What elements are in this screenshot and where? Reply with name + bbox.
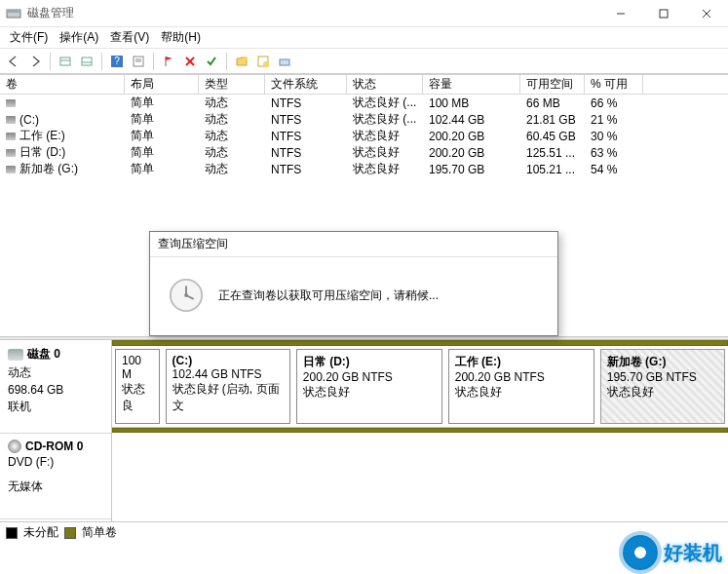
watermark: 好装机 bbox=[623, 535, 722, 570]
legend-unallocated: 未分配 bbox=[23, 524, 58, 541]
back-button[interactable] bbox=[4, 52, 23, 71]
disk-icon bbox=[8, 349, 23, 361]
toolbar: ? bbox=[0, 49, 728, 74]
disk0-type: 动态 bbox=[8, 364, 103, 381]
new-folder-button[interactable] bbox=[232, 52, 251, 71]
view-top-button[interactable] bbox=[56, 52, 75, 71]
th-type[interactable]: 类型 bbox=[199, 75, 265, 94]
svg-rect-6 bbox=[60, 57, 70, 65]
menu-help[interactable]: 帮助(H) bbox=[155, 27, 207, 48]
cdrom-drive: DVD (F:) bbox=[8, 455, 103, 469]
svg-rect-21 bbox=[280, 59, 289, 65]
disk-button[interactable] bbox=[275, 52, 294, 71]
table-row[interactable]: 简单动态NTFS状态良好 (...100 MB66 MB66 % bbox=[0, 95, 728, 111]
disk0-title: 磁盘 0 bbox=[27, 346, 60, 363]
props-button[interactable] bbox=[129, 52, 148, 71]
clock-icon bbox=[168, 277, 205, 314]
maximize-button[interactable] bbox=[642, 0, 685, 27]
menu-view[interactable]: 查看(V) bbox=[104, 27, 155, 48]
partition-cell[interactable]: (C:)102.44 GB NTFS状态良好 (启动, 页面文 bbox=[166, 349, 290, 424]
disk0-header[interactable]: 磁盘 0 动态 698.64 GB 联机 bbox=[0, 340, 111, 434]
th-free[interactable]: 可用空间 bbox=[520, 75, 585, 94]
partition-row: 100 M状态良(C:)102.44 GB NTFS状态良好 (启动, 页面文日… bbox=[112, 346, 728, 428]
table-header: 卷 布局 类型 文件系统 状态 容量 可用空间 % 可用 bbox=[0, 75, 728, 95]
menubar: 文件(F) 操作(A) 查看(V) 帮助(H) bbox=[0, 27, 728, 49]
menu-action[interactable]: 操作(A) bbox=[54, 27, 104, 48]
disk0-status: 联机 bbox=[8, 399, 103, 415]
view-bottom-button[interactable] bbox=[77, 52, 96, 71]
swatch-simple bbox=[64, 527, 76, 539]
partition-cell[interactable]: 日常 (D:)200.20 GB NTFS状态良好 bbox=[296, 349, 442, 424]
table-row[interactable]: 日常 (D:)简单动态NTFS状态良好200.20 GB125.51 ...63… bbox=[0, 144, 728, 161]
dialog-message: 正在查询卷以获取可用压缩空间，请稍候... bbox=[218, 287, 439, 304]
table-row[interactable]: 新加卷 (G:)简单动态NTFS状态良好195.70 GB105.21 ...5… bbox=[0, 161, 728, 177]
partition-cell[interactable]: 工作 (E:)200.20 GB NTFS状态良好 bbox=[448, 349, 594, 424]
th-layout[interactable]: 布局 bbox=[125, 75, 199, 94]
legend-simple: 简单卷 bbox=[82, 524, 117, 541]
legend: 未分配 简单卷 bbox=[0, 521, 728, 543]
partition-cell[interactable]: 新加卷 (G:)195.70 GB NTFS状态良好 bbox=[600, 349, 725, 424]
menu-file[interactable]: 文件(F) bbox=[4, 27, 54, 48]
cdrom-status: 无媒体 bbox=[8, 478, 103, 495]
th-fs[interactable]: 文件系统 bbox=[265, 75, 347, 94]
replace-button[interactable] bbox=[253, 52, 273, 71]
dialog-title: 查询压缩空间 bbox=[150, 232, 557, 257]
th-status[interactable]: 状态 bbox=[347, 75, 423, 94]
flag-button[interactable] bbox=[159, 52, 178, 71]
watermark-text: 好装机 bbox=[664, 540, 722, 566]
cdrom-title: CD-ROM 0 bbox=[25, 440, 83, 453]
cdrom-icon bbox=[8, 440, 21, 453]
svg-text:?: ? bbox=[114, 56, 120, 66]
cdrom-area[interactable] bbox=[112, 433, 728, 511]
window-title: 磁盘管理 bbox=[27, 5, 74, 21]
table-row[interactable]: 工作 (E:)简单动态NTFS状态良好200.20 GB60.45 GB30 % bbox=[0, 128, 728, 144]
svg-point-18 bbox=[244, 57, 248, 60]
check-button[interactable] bbox=[202, 52, 221, 71]
close-button[interactable] bbox=[685, 0, 728, 27]
svg-rect-1 bbox=[7, 10, 20, 13]
watermark-logo-icon bbox=[623, 535, 658, 570]
minimize-button[interactable] bbox=[599, 0, 642, 27]
disk-map: 磁盘 0 动态 698.64 GB 联机 CD-ROM 0 DVD (F:) 无… bbox=[0, 340, 728, 521]
th-volume[interactable]: 卷 bbox=[0, 75, 125, 94]
help-button[interactable]: ? bbox=[107, 52, 127, 71]
shrink-dialog: 查询压缩空间 正在查询卷以获取可用压缩空间，请稍候... bbox=[149, 231, 558, 336]
titlebar: 磁盘管理 bbox=[0, 0, 728, 27]
svg-rect-3 bbox=[660, 10, 668, 18]
th-pct[interactable]: % 可用 bbox=[585, 75, 643, 94]
swatch-unallocated bbox=[6, 527, 18, 539]
partition-cell[interactable]: 100 M状态良 bbox=[115, 349, 160, 424]
th-capacity[interactable]: 容量 bbox=[423, 75, 520, 94]
delete-button[interactable] bbox=[180, 52, 200, 71]
svg-rect-8 bbox=[82, 57, 92, 65]
disk0-size: 698.64 GB bbox=[8, 383, 103, 397]
app-icon bbox=[6, 6, 21, 21]
cdrom-header[interactable]: CD-ROM 0 DVD (F:) 无媒体 bbox=[0, 434, 111, 519]
svg-point-20 bbox=[263, 61, 269, 67]
forward-button[interactable] bbox=[25, 52, 45, 71]
table-row[interactable]: (C:)简单动态NTFS状态良好 (...102.44 GB21.81 GB21… bbox=[0, 111, 728, 128]
